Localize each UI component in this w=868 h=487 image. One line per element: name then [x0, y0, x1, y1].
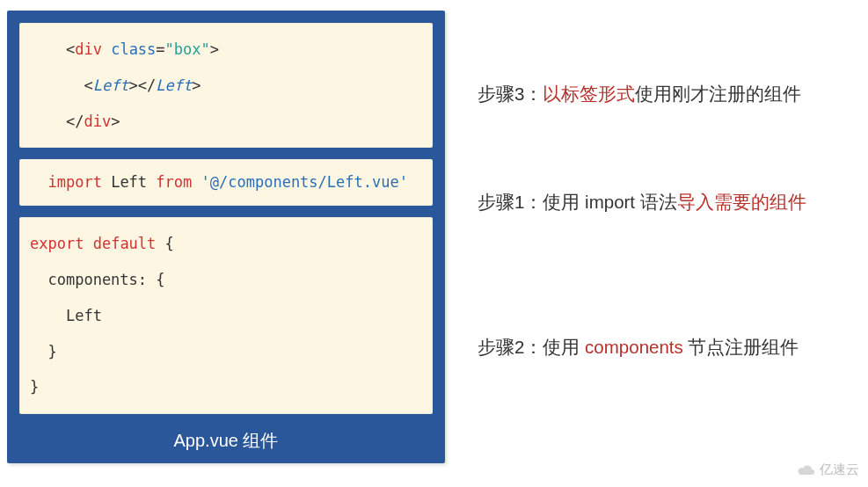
kw-export: export	[30, 235, 84, 252]
code-block-export: export default { components: { Left } }	[19, 217, 433, 414]
kw-from: from	[156, 173, 192, 191]
code-block-import: import Left from '@/components/Left.vue'	[19, 159, 433, 206]
sp	[102, 40, 111, 58]
cloud-icon	[797, 464, 816, 476]
punct: ></	[129, 76, 157, 94]
step-3-red: 以标签形式	[543, 84, 635, 104]
step-2: 步骤2：使用 components 节点注册组件	[478, 334, 868, 361]
sp	[192, 173, 201, 191]
kw-import: import	[47, 173, 101, 191]
code-block-template: <div class="box"> <Left></Left> </div>	[19, 23, 433, 148]
step-2-post: 节点注册组件	[683, 337, 799, 357]
step-1: 步骤1：使用 import 语法导入需要的组件	[478, 189, 868, 216]
step-3-post: 使用刚才注册的组件	[635, 84, 801, 104]
punct: <	[30, 40, 75, 58]
gt: >	[210, 40, 219, 58]
string-path: '@/components/Left.vue'	[201, 173, 408, 191]
step-2-pre: 步骤2：使用	[478, 337, 585, 357]
brace-close: }	[30, 378, 39, 396]
step-1-pre: 步骤1：使用 import 语法	[478, 192, 677, 212]
eq: =	[156, 40, 164, 58]
punct: >	[192, 76, 201, 94]
component-panel: <div class="box"> <Left></Left> </div> i…	[7, 11, 445, 463]
left-ident: Left	[30, 307, 102, 324]
step-3-pre: 步骤3：	[478, 84, 543, 104]
punct: >	[111, 113, 120, 130]
indent	[30, 173, 47, 191]
step-2-red: components	[585, 337, 683, 357]
punct: </	[30, 113, 84, 130]
tag-div-close: div	[84, 113, 111, 130]
components-key: components: {	[30, 271, 165, 288]
brace: {	[156, 235, 173, 252]
panel-caption: App.vue 组件	[19, 425, 433, 458]
tag-left-open: Left	[93, 76, 129, 94]
attr-value: "box"	[165, 40, 210, 58]
step-1-red: 导入需要的组件	[677, 192, 806, 212]
punct: <	[30, 76, 93, 94]
tag-div: div	[75, 40, 102, 58]
brace-close: }	[30, 343, 57, 360]
tag-left-close: Left	[156, 76, 192, 94]
step-3: 步骤3：以标签形式使用刚才注册的组件	[478, 81, 868, 108]
attr-class: class	[111, 40, 156, 58]
sp	[84, 235, 92, 252]
watermark-text: 亿速云	[820, 462, 859, 478]
ident: Left	[102, 173, 156, 191]
watermark: 亿速云	[797, 462, 859, 478]
kw-default: default	[93, 235, 157, 252]
